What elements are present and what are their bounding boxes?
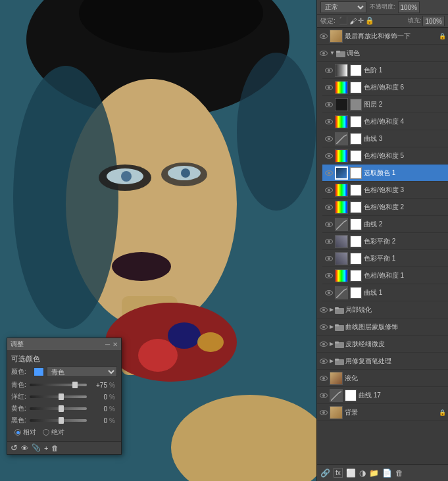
layer-item[interactable]: 最后再放比和修饰一下 🔒 (317, 28, 448, 45)
svg-point-18 (237, 53, 316, 211)
layer-item[interactable]: 曲线 2 (322, 216, 448, 233)
black-row: 黑色: 0 % (11, 416, 117, 425)
layer-mask (350, 184, 362, 196)
layer-item[interactable]: 色相/饱和度 1 (322, 267, 448, 284)
panel-title: 调整 (11, 340, 24, 349)
magenta-pct: % (109, 393, 117, 401)
panel-delete-icon[interactable]: 🗑 (51, 444, 59, 452)
panel-close-btn[interactable]: ✕ (112, 341, 118, 348)
add-style-icon[interactable]: fx (334, 468, 343, 478)
layer-eye[interactable] (324, 83, 334, 92)
layer-eye[interactable] (324, 151, 334, 161)
layer-thumbnail (335, 132, 348, 145)
panel-eye-icon[interactable]: 👁 (21, 444, 28, 452)
layer-group-item[interactable]: ▶ 用修复画笔处理 (317, 353, 448, 370)
black-thumb[interactable] (59, 417, 64, 424)
layers-bottom-toolbar: 🔗 fx ⬜ ◑ 📁 📄 🗑 (317, 464, 448, 481)
eye-icon (320, 51, 328, 56)
add-adjustment-icon[interactable]: ◑ (359, 468, 366, 478)
layer-thumbnail (335, 218, 348, 231)
layer-mask (350, 253, 362, 265)
layer-group-item[interactable]: ▼ 调色 (317, 45, 448, 62)
layer-item[interactable]: 曲线 17 (317, 387, 448, 404)
layer-eye[interactable] (319, 32, 328, 41)
layer-item[interactable]: 色彩平衡 2 (322, 233, 448, 250)
panel-reset-icon[interactable]: ↺ (11, 443, 18, 453)
panel-new-icon[interactable]: + (44, 444, 48, 452)
eye-icon (320, 393, 328, 398)
layer-thumbnail (335, 201, 348, 214)
new-layer-icon[interactable]: 📄 (382, 468, 392, 478)
layer-eye[interactable] (324, 237, 334, 246)
layer-eye[interactable] (324, 254, 334, 263)
radio-absolute[interactable]: 绝对 (43, 428, 64, 437)
layer-eye[interactable] (324, 271, 334, 280)
layer-eye[interactable] (319, 374, 328, 383)
layer-eye[interactable] (324, 134, 334, 143)
lock-transparent-icon[interactable]: ⬛ (339, 16, 348, 25)
layer-eye[interactable] (319, 340, 328, 349)
lock-move-icon[interactable]: ✛ (358, 16, 364, 25)
expand-arrow-icon[interactable]: ▼ (330, 50, 335, 56)
add-mask-icon[interactable]: ⬜ (346, 468, 356, 478)
layer-eye[interactable] (324, 220, 334, 229)
layer-eye[interactable] (324, 186, 334, 195)
layer-eye[interactable] (319, 322, 328, 332)
fill-value[interactable]: 100% (422, 16, 445, 26)
layer-eye[interactable] (319, 408, 328, 417)
layer-eye[interactable] (324, 66, 334, 75)
delete-layer-icon[interactable]: 🗑 (395, 468, 403, 478)
svg-rect-22 (335, 307, 339, 309)
layer-item[interactable]: 色相/饱和度 5 (322, 147, 448, 165)
cyan-thumb[interactable] (72, 382, 78, 388)
magenta-thumb[interactable] (59, 393, 64, 400)
selected-layer-item[interactable]: 选取颜色 1 (322, 165, 448, 182)
lock-paint-icon[interactable]: 🖌 (349, 17, 357, 25)
expand-arrow-icon[interactable]: ▶ (330, 324, 334, 330)
layer-eye[interactable] (324, 203, 334, 212)
layer-item[interactable]: 色相/饱和度 4 (322, 113, 448, 130)
layer-mask (350, 167, 362, 179)
layer-eye[interactable] (324, 168, 334, 178)
eye-icon (320, 376, 328, 381)
layer-item[interactable]: 液化 (317, 370, 448, 387)
layer-item[interactable]: 色彩平衡 1 (322, 250, 448, 267)
layer-group-item[interactable]: ▶ 皮肤经细微皮 (317, 336, 448, 353)
expand-arrow-icon[interactable]: ▶ (330, 341, 334, 347)
layer-item[interactable]: 色阶 1 (322, 62, 448, 79)
layer-eye[interactable] (319, 49, 328, 58)
layer-item[interactable]: 色相/饱和度 3 (322, 182, 448, 199)
layer-eye[interactable] (324, 288, 334, 297)
yellow-thumb[interactable] (59, 405, 64, 412)
expand-arrow-icon[interactable]: ▶ (330, 358, 334, 364)
panel-minimize[interactable]: ─ (105, 341, 110, 348)
layer-item[interactable]: 曲线 1 (322, 284, 448, 301)
panel-clip-icon[interactable]: 📎 (32, 443, 41, 452)
layer-item[interactable]: 图层 2 (322, 96, 448, 113)
layer-item[interactable]: 色相/饱和度 6 (322, 79, 448, 96)
black-track[interactable] (30, 419, 87, 422)
layer-group-item[interactable]: ▶ 曲线图层蒙版修饰 (317, 318, 448, 336)
lock-all-icon[interactable]: 🔒 (365, 16, 374, 25)
layer-item[interactable]: 色相/饱和度 2 (322, 199, 448, 216)
layer-eye[interactable] (324, 100, 334, 109)
layer-item[interactable]: 曲线 3 (322, 130, 448, 147)
cyan-track[interactable] (30, 384, 87, 386)
opacity-value[interactable]: 100% (398, 1, 420, 13)
layer-eye[interactable] (324, 117, 334, 126)
layer-eye[interactable] (319, 305, 328, 315)
add-group-icon[interactable]: 📁 (369, 468, 379, 478)
cyan-value: +75 (89, 382, 107, 389)
channel-select[interactable]: 青色 红色 黄色 绿色 蓝色 (47, 367, 117, 377)
layer-eye[interactable] (319, 357, 328, 366)
radio-relative[interactable]: 相对 (14, 428, 36, 437)
layer-group-item[interactable]: ▶ 局部锐化 (317, 301, 448, 318)
layer-eye[interactable] (319, 391, 328, 400)
layer-mask (350, 64, 362, 76)
expand-arrow-icon[interactable]: ▶ (330, 307, 334, 313)
layer-item[interactable]: 背景 🔒 (317, 404, 448, 421)
blend-mode-select[interactable]: 正常 (320, 1, 366, 13)
yellow-track[interactable] (30, 407, 87, 410)
magenta-track[interactable] (30, 395, 87, 398)
link-layers-icon[interactable]: 🔗 (320, 468, 330, 478)
